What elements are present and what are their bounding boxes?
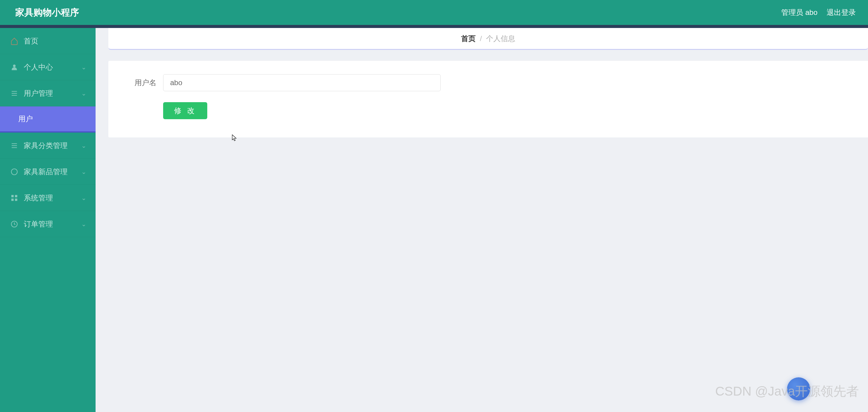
svg-rect-9 (15, 195, 17, 197)
sidebar-item-category-mgmt[interactable]: 家具分类管理 ⌄ (0, 133, 96, 159)
breadcrumb: 首页 / 个人信息 (108, 28, 868, 50)
sidebar-item-home[interactable]: 首页 (0, 28, 96, 54)
circle-icon (10, 168, 18, 176)
sidebar-item-label: 家具新品管理 (24, 167, 81, 177)
svg-point-7 (11, 169, 17, 175)
chevron-down-icon: ⌄ (81, 220, 87, 228)
sidebar-item-label: 用户管理 (24, 89, 81, 98)
form-row-username: 用户名 (130, 74, 847, 91)
sidebar-item-system-mgmt[interactable]: 系统管理 ⌄ (0, 185, 96, 211)
svg-rect-11 (15, 199, 17, 201)
submit-button[interactable]: 修 改 (163, 102, 207, 119)
breadcrumb-current: 个人信息 (486, 34, 515, 43)
header-right: 管理员 abo 退出登录 (781, 8, 856, 17)
main-content: 首页 / 个人信息 用户名 修 改 (96, 28, 868, 412)
breadcrumb-separator: / (480, 34, 482, 43)
grid-icon (10, 194, 18, 202)
app-title: 家具购物小程序 (15, 6, 79, 19)
username-label: 用户名 (130, 78, 156, 88)
sidebar-item-label: 首页 (24, 36, 87, 46)
username-input[interactable] (163, 74, 441, 91)
sidebar-item-label: 个人中心 (24, 62, 81, 72)
sidebar-item-label: 订单管理 (24, 219, 81, 229)
clock-icon (10, 220, 18, 228)
app-header: 家具购物小程序 管理员 abo 退出登录 (0, 0, 868, 28)
sidebar: 首页 个人中心 ⌄ 用户管理 ⌄ 用户 家具分类管理 ⌄ (0, 28, 96, 412)
list-icon (10, 90, 18, 97)
content-card: 用户名 修 改 (108, 61, 868, 137)
main-container: 首页 个人中心 ⌄ 用户管理 ⌄ 用户 家具分类管理 ⌄ (0, 28, 868, 412)
sidebar-item-user[interactable]: 用户 (0, 106, 96, 133)
chevron-down-icon: ⌄ (81, 168, 87, 175)
chevron-down-icon: ⌄ (81, 142, 87, 149)
sidebar-item-new-mgmt[interactable]: 家具新品管理 ⌄ (0, 159, 96, 185)
sidebar-item-order-mgmt[interactable]: 订单管理 ⌄ (0, 211, 96, 237)
breadcrumb-home[interactable]: 首页 (461, 34, 476, 43)
logout-link[interactable]: 退出登录 (827, 8, 856, 17)
admin-label[interactable]: 管理员 abo (781, 8, 817, 17)
sidebar-item-label: 家具分类管理 (24, 141, 81, 150)
svg-point-0 (13, 65, 16, 67)
sidebar-item-label: 系统管理 (24, 193, 81, 203)
svg-rect-8 (11, 195, 14, 197)
chevron-down-icon: ⌄ (81, 90, 87, 97)
svg-rect-10 (11, 199, 14, 201)
form-actions: 修 改 (130, 102, 847, 119)
list-icon (10, 142, 18, 149)
sidebar-item-profile[interactable]: 个人中心 ⌄ (0, 54, 96, 80)
user-icon (10, 63, 18, 71)
chevron-down-icon: ⌄ (81, 194, 87, 202)
sidebar-item-user-mgmt[interactable]: 用户管理 ⌄ (0, 80, 96, 106)
chevron-down-icon: ⌄ (81, 64, 87, 71)
home-icon (10, 37, 18, 45)
sidebar-item-label: 用户 (18, 114, 87, 124)
